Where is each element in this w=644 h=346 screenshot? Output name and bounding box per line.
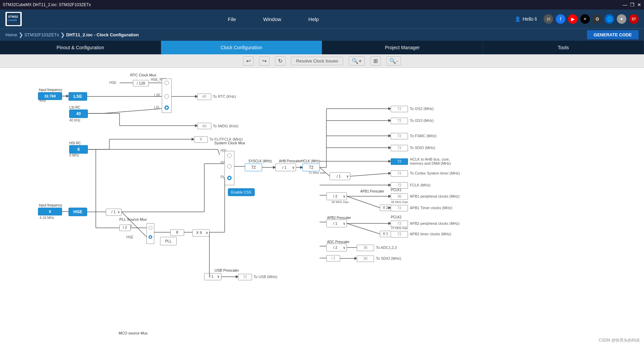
breadcrumb-home[interactable]: Home [5,32,17,37]
tab-pinout[interactable]: Pinout & Configuration [0,41,161,54]
svg-text:To I2S3 (MHz): To I2S3 (MHz) [410,119,434,123]
menu-help[interactable]: Help [308,16,319,22]
svg-text:HSE: HSE [110,81,117,85]
svg-text:72: 72 [397,159,401,163]
svg-text:72: 72 [309,165,314,170]
menubar: STM32 CubeMX File Window Help 👤 Hello li… [0,10,644,29]
titlebar-controls[interactable]: — ❐ ✕ [623,2,641,7]
svg-text:8: 8 [49,210,51,214]
svg-text:/ 2: / 2 [333,245,337,250]
svg-text:/ 1: / 1 [210,274,214,278]
svg-text:Enable CSS: Enable CSS [231,190,252,194]
svg-text:APB2 peripheral clocks (MHz): APB2 peripheral clocks (MHz) [410,221,460,225]
icon-anniversary[interactable]: 10 [544,14,553,24]
svg-text:To SDIO (MHz): To SDIO (MHz) [410,146,435,150]
svg-text:memory and DMA (MHz): memory and DMA (MHz) [410,161,451,165]
generate-code-button[interactable]: GENERATE CODE [587,30,639,39]
svg-text:LSE: LSE [74,94,82,99]
svg-text:ADC Prescaler: ADC Prescaler [327,240,350,244]
svg-text:72: 72 [397,206,401,210]
menu-items: File Window Help [32,16,515,22]
resolve-clock-issues-button[interactable]: Resolve Clock Issues [291,57,343,65]
svg-text:APB2 Prescaler: APB2 Prescaler [327,216,351,220]
icon-facebook[interactable]: f [556,14,565,24]
svg-text:72: 72 [397,107,401,111]
svg-text:/ 1: / 1 [112,210,116,214]
minimize-btn[interactable]: — [623,2,627,7]
icon-st[interactable]: ST [629,14,639,24]
svg-text:KHz: KHz [40,99,46,103]
svg-text:HCLK to AHB bus, core,: HCLK to AHB bus, core, [410,157,450,161]
svg-text:8: 8 [176,230,178,234]
svg-text:HSI RC: HSI RC [70,141,81,145]
svg-point-60 [228,153,232,158]
zoom-out-button[interactable]: 🔍- [386,56,401,66]
svg-text:72: 72 [397,146,401,150]
tab-project[interactable]: Project Manager [322,41,483,54]
svg-text:∨: ∨ [346,174,349,178]
maximize-btn[interactable]: ❐ [630,2,635,7]
icon-web[interactable]: 🌐 [605,14,614,24]
titlebar: STM32CubeMX DHT11_2.ioc: STM32F103ZETx —… [0,0,644,10]
svg-text:X 1: X 1 [383,232,388,236]
svg-text:72: 72 [397,183,401,187]
svg-text:72 MHz max: 72 MHz max [309,171,326,175]
svg-text:36 MHz max: 36 MHz max [332,200,349,204]
icon-youtube[interactable]: ▶ [568,14,578,24]
svg-text:CubeMX: CubeMX [7,19,17,21]
svg-text:72: 72 [251,165,256,170]
svg-text:AHB Prescaler: AHB Prescaler [279,159,301,163]
svg-text:To RTC (KHz): To RTC (KHz) [213,94,236,98]
menu-file[interactable]: File [228,16,236,22]
svg-text:SYSCLK (MHz): SYSCLK (MHz) [249,159,272,163]
svg-text:32.768: 32.768 [44,94,56,98]
titlebar-title: STM32CubeMX DHT11_2.ioc: STM32F103ZETx [3,2,91,7]
svg-text:∨: ∨ [206,231,208,235]
zoom-in-button[interactable]: 🔍+ [349,56,365,66]
svg-text:72: 72 [397,119,401,123]
refresh-button[interactable]: ↻ [275,56,286,66]
lse-input-freq-label: Input frequency [39,88,62,92]
svg-text:To ADC1,2,3: To ADC1,2,3 [376,245,397,250]
svg-text:PLL Source Mux: PLL Source Mux [119,217,147,221]
svg-text:MCO source Mux: MCO source Mux [119,331,148,335]
breadcrumb-device[interactable]: STM32F103ZETx [24,32,59,37]
icon-network[interactable]: ✦ [617,14,626,24]
svg-rect-3 [35,68,609,346]
svg-text:72: 72 [397,171,401,175]
svg-text:72: 72 [243,275,247,279]
svg-text:To I2S2 (MHz): To I2S2 (MHz) [410,107,434,111]
icon-twitter[interactable]: ✕ [580,14,590,24]
svg-text:To Cortex System timer (MHz): To Cortex System timer (MHz) [410,171,460,175]
svg-text:HSE: HSE [126,235,134,239]
svg-text:To SDIO (MHz): To SDIO (MHz) [376,256,402,260]
svg-text:To IWDG (KHz): To IWDG (KHz) [213,124,239,128]
svg-text:8: 8 [200,137,202,141]
svg-text:36: 36 [363,256,367,260]
svg-text:APB1 Prescaler: APB1 Prescaler [360,189,385,193]
undo-button[interactable]: ↩ [243,56,254,66]
svg-text:To USB (MHz): To USB (MHz) [254,275,277,279]
svg-text:Input frequency: Input frequency [39,203,62,207]
user-section: 👤 Hello li [515,16,537,22]
tab-clock[interactable]: Clock Configuration [161,41,322,54]
redo-button[interactable]: ↪ [259,56,270,66]
svg-text:/ 2: / 2 [333,194,337,198]
svg-text:72: 72 [397,232,401,236]
svg-text:PCLK2: PCLK2 [391,215,402,219]
svg-text:40 KHz: 40 KHz [70,119,81,122]
icon-github[interactable]: ⚙ [592,14,602,24]
menu-window[interactable]: Window [263,16,281,22]
svg-text:HSE: HSE [73,209,82,214]
svg-text:PCLK1: PCLK1 [391,188,402,192]
zoom-fit-button[interactable]: ⊞ [370,56,381,66]
close-btn[interactable]: ✕ [637,2,641,7]
logo: STM32 CubeMX [5,12,22,26]
toolbar: ↩ ↪ ↻ Resolve Clock Issues 🔍+ ⊞ 🔍- [0,54,644,68]
svg-text:40: 40 [202,124,206,128]
svg-text:PLL: PLL [165,239,172,243]
svg-text:System Clock Mux: System Clock Mux [214,141,246,145]
svg-point-61 [228,164,232,168]
svg-text:36 MHz max: 36 MHz max [391,200,408,204]
tab-tools[interactable]: Tools [483,41,644,54]
